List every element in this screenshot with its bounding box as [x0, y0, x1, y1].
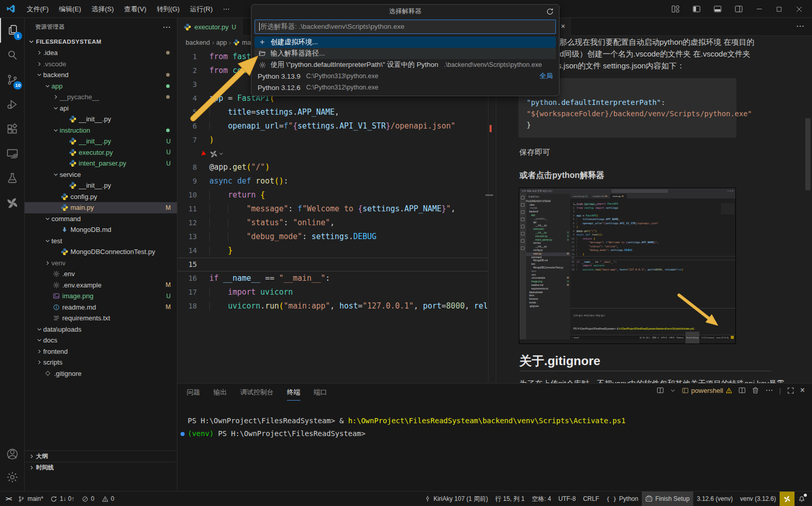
- activitybar-account[interactable]: [0, 443, 25, 465]
- tree-item-image.png[interactable]: image.pngU: [25, 291, 177, 302]
- menu-编辑E[interactable]: 编辑(E): [54, 3, 86, 15]
- statusbar-language-mode[interactable]: { }Python: [603, 492, 642, 506]
- tree-item-scripts[interactable]: scripts: [25, 357, 177, 368]
- tab-executor-py[interactable]: executor.py U: [177, 18, 243, 36]
- pinwheel-icon[interactable]: [209, 150, 218, 158]
- explorer-more-icon[interactable]: ⋯: [163, 22, 171, 32]
- tree-item-__init__.py[interactable]: __init__.pyU: [25, 136, 177, 147]
- panel-tab-输出[interactable]: 输出: [213, 384, 227, 401]
- interpreter-option-1[interactable]: 输入解释器路径...: [255, 48, 556, 59]
- tree-root[interactable]: FILESREADSYSTEAM: [25, 36, 177, 47]
- terminal-tab-powershell[interactable]: powershell: [682, 387, 732, 394]
- statusbar-indentation[interactable]: 空格: 4: [528, 492, 554, 506]
- statusbar-encoding[interactable]: UTF-8: [555, 492, 580, 506]
- maximize-icon[interactable]: [776, 6, 782, 12]
- tree-item-backend[interactable]: backend: [25, 69, 177, 81]
- option-scope-badge[interactable]: 全局: [539, 71, 553, 81]
- activitybar-search[interactable]: [0, 43, 25, 67]
- panel-tab-问题[interactable]: 问题: [187, 384, 200, 401]
- tree-item-intent_parser.py[interactable]: intent_parser.pyU: [25, 158, 177, 169]
- statusbar-problems-errors[interactable]: 0: [78, 492, 98, 506]
- interpreter-option-2[interactable]: 使用 \"python.defaultInterpreterPath\" 设置中…: [255, 59, 556, 70]
- activitybar-pinwheel-extension[interactable]: [0, 191, 25, 215]
- interpreter-input[interactable]: 所选解释器: .\backend\venv\Scripts\python.exe: [255, 20, 556, 34]
- maximize-panel-icon[interactable]: [787, 387, 794, 394]
- close-icon[interactable]: ×: [561, 22, 565, 30]
- interpreter-option-0[interactable]: +创建虚拟环境...: [255, 37, 556, 48]
- interpreter-option-3[interactable]: Python 3.13.9C:\Python313\python.exe全局: [255, 70, 556, 82]
- tree-item-app[interactable]: app: [25, 81, 177, 92]
- tree-item-api[interactable]: api: [25, 103, 177, 114]
- statusbar-python-env[interactable]: venv (3.12.6): [736, 492, 780, 506]
- activitybar-explorer[interactable]: 1: [0, 18, 25, 43]
- tree-item-frontend[interactable]: frontend: [25, 346, 177, 357]
- toggle-panel-icon[interactable]: [714, 5, 721, 13]
- activitybar-testing[interactable]: [0, 166, 25, 191]
- tree-item-config.py[interactable]: config.py: [25, 191, 177, 203]
- close-icon[interactable]: [796, 6, 803, 13]
- statusbar-blame-info[interactable]: KiriAky 107 (1 周前): [421, 492, 492, 506]
- activitybar-source-control[interactable]: 10: [0, 67, 25, 92]
- statusbar-finish-setup[interactable]: Finish Setup: [642, 492, 693, 506]
- toggle-sidebar-icon[interactable]: [693, 5, 700, 13]
- terminal-new-icon[interactable]: [657, 387, 664, 394]
- timeline-section[interactable]: 时间线: [25, 462, 177, 473]
- menu-查看V[interactable]: 查看(V): [119, 3, 151, 15]
- activitybar-remote-explorer[interactable]: [0, 141, 25, 166]
- statusbar-notifications[interactable]: [795, 492, 809, 506]
- tree-item-__init__.py[interactable]: __init__.py: [25, 114, 177, 125]
- activitybar-run-debug[interactable]: [0, 92, 25, 117]
- menu-选择S[interactable]: 选择(S): [86, 3, 119, 15]
- statusbar-cursor-position[interactable]: 行 15, 列 1: [492, 492, 528, 506]
- panel-tab-端口[interactable]: 端口: [314, 384, 327, 401]
- panel-tab-终端[interactable]: 终端: [287, 384, 300, 401]
- activitybar-settings[interactable]: [0, 466, 25, 489]
- tree-item-command[interactable]: command: [25, 213, 177, 225]
- tree-item-executor.py[interactable]: executor.pyU: [25, 147, 177, 158]
- menu-转到G[interactable]: 转到(G): [152, 3, 185, 15]
- tree-item-.env.example[interactable]: .env.exampleM: [25, 280, 177, 291]
- tree-item-requirements.txt[interactable]: requirements.txt: [25, 313, 177, 324]
- refresh-icon[interactable]: [546, 8, 554, 15]
- minimize-icon[interactable]: [756, 6, 763, 12]
- preview-scrollbar[interactable]: [805, 118, 810, 190]
- menu-more[interactable]: ⋯: [218, 3, 234, 15]
- interpreter-option-4[interactable]: Python 3.12.6C:\Python312\python.exe: [255, 82, 556, 93]
- tree-item-MongoDB.md[interactable]: MongoDB.md: [25, 224, 177, 236]
- tree-item-readme.md[interactable]: readme.mdM: [25, 302, 177, 313]
- activitybar-extensions[interactable]: [0, 117, 25, 141]
- tree-item-service[interactable]: service: [25, 169, 177, 180]
- menu-文件F[interactable]: 文件(F): [22, 3, 54, 15]
- inline-suggestion-widget[interactable]: [177, 147, 489, 160]
- tree-item-.env[interactable]: .env: [25, 268, 177, 280]
- toggle-secondary-sidebar-icon[interactable]: [735, 5, 743, 13]
- chevron-down-icon[interactable]: [670, 388, 676, 393]
- tree-item-venv[interactable]: venv: [25, 258, 177, 269]
- tree-item-instruction[interactable]: instruction: [25, 125, 177, 136]
- panel-tab-调试控制台[interactable]: 调试控制台: [240, 384, 274, 401]
- tree-item-data-uploads[interactable]: data\uploads: [25, 324, 177, 335]
- tree-item-.vscode[interactable]: .vscode: [25, 59, 177, 70]
- statusbar-remote-indicator[interactable]: ><: [2, 492, 14, 506]
- statusbar-python-interpreter[interactable]: 3.12.6 (venv): [693, 492, 736, 506]
- statusbar-problems-warnings[interactable]: 0: [98, 492, 118, 506]
- tree-item-test[interactable]: test: [25, 236, 177, 247]
- tree-item-docs[interactable]: docs: [25, 335, 177, 346]
- panel-more-icon[interactable]: ⋯: [765, 386, 773, 395]
- statusbar-git-branch[interactable]: main*: [14, 492, 47, 506]
- tree-item-.gitignore[interactable]: .gitignore: [25, 368, 177, 380]
- chevron-down-icon[interactable]: [218, 151, 224, 157]
- editor-actions-more-icon[interactable]: ⋯: [796, 21, 805, 31]
- layout-customize-icon[interactable]: [672, 5, 679, 13]
- tree-item-main.py[interactable]: main.pyM: [25, 202, 177, 213]
- tree-item-__pycache__[interactable]: __pycache__: [25, 92, 177, 103]
- split-terminal-icon[interactable]: [738, 387, 746, 394]
- statusbar-pinwheel-extension[interactable]: [780, 492, 795, 506]
- kill-terminal-icon[interactable]: [752, 387, 759, 394]
- menu-运行R[interactable]: 运行(R): [185, 3, 218, 15]
- tree-item-__init__.py[interactable]: __init__.py: [25, 180, 177, 191]
- terminal-output[interactable]: PS H:\OwnProject\FilesReadSysteam> & h:\…: [177, 414, 795, 440]
- close-panel-icon[interactable]: ×: [800, 386, 805, 395]
- tree-item-.idea[interactable]: .idea: [25, 47, 177, 59]
- statusbar-eol[interactable]: CRLF: [580, 492, 603, 506]
